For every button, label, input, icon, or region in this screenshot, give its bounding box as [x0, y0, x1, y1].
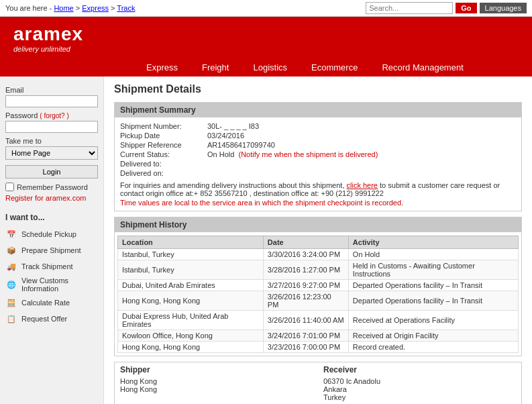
- email-input[interactable]: [5, 95, 98, 107]
- remember-label: Remember Password: [17, 183, 88, 191]
- forgot-link[interactable]: ( forgot? ): [40, 112, 68, 119]
- box-icon: 📦: [5, 244, 17, 256]
- password-field-container: Password ( forgot? ): [5, 111, 98, 133]
- shipment-summary-section: Shipment Summary Shipment Number: 30L- _…: [114, 102, 522, 211]
- history-header: Shipment History: [115, 217, 521, 232]
- col-date: Date: [263, 236, 348, 249]
- delivered-on-label: Delivered on:: [120, 169, 207, 177]
- shipment-history-section: Shipment History Location Date Activity …: [114, 217, 522, 356]
- remember-checkbox[interactable]: [5, 183, 14, 191]
- location-cell: Istanbul, Turkey: [118, 260, 264, 280]
- receiver-col: Receiver 06370 Ic AnadoluAnkaraTurkey: [318, 362, 521, 404]
- date-cell: 3/24/2016 7:01:00 PM: [263, 330, 348, 342]
- shipper-receiver-section: Shipper Hong KongHong Kong Receiver 0637…: [114, 362, 522, 404]
- i-want-calculate-rate[interactable]: 🧮Calculate Rate: [5, 295, 98, 311]
- take-me-label: Take me to: [5, 137, 98, 145]
- location-cell: Dubai Express Hub, United Arab Emirates: [118, 311, 264, 330]
- location-cell: Hong Kong, Hong Kong: [118, 342, 264, 353]
- shipper-col: Shipper Hong KongHong Kong: [115, 362, 318, 404]
- table-row: Istanbul, Turkey3/28/2016 1:27:00 PMHeld…: [118, 260, 519, 280]
- breadcrumb-text: You are here -: [5, 4, 52, 12]
- summary-header: Shipment Summary: [115, 103, 521, 117]
- col-location: Location: [118, 236, 264, 249]
- i-want-section: I want to... 📅Schedule Pickup📦Prepare Sh…: [5, 213, 98, 327]
- i-want-prepare-shipment[interactable]: 📦Prepare Shipment: [5, 242, 98, 258]
- list-item: Hong Kong: [120, 377, 313, 385]
- shipment-number-row: Shipment Number: 30L- _ _ _ _ I83: [120, 122, 516, 130]
- calendar-icon: 📅: [5, 228, 17, 240]
- date-cell: 3/27/2016 9:27:00 PM: [263, 280, 348, 291]
- shipper-ref-value: AR14586417099740: [207, 141, 275, 149]
- receiver-lines: 06370 Ic AnadoluAnkaraTurkey: [323, 377, 516, 401]
- date-cell: 3/30/2016 3:24:00 PM: [263, 249, 348, 260]
- status-label: Current Status:: [120, 150, 207, 158]
- take-me-select[interactable]: Home Page: [5, 146, 98, 160]
- table-row: Hong Kong, Hong Kong3/23/2016 7:00:00 PM…: [118, 342, 519, 353]
- email-field-container: Email: [5, 86, 98, 107]
- click-here-link[interactable]: click here: [347, 181, 378, 189]
- search-input[interactable]: [366, 2, 453, 14]
- nav-item-ecommerce[interactable]: Ecommerce: [299, 58, 370, 77]
- i-want-label: Prepare Shipment: [21, 246, 81, 254]
- i-want-items: 📅Schedule Pickup📦Prepare Shipment🚚Track …: [5, 226, 98, 327]
- tagline: delivery unlimited: [13, 45, 83, 53]
- time-note: Time values are local to the service are…: [120, 199, 516, 207]
- nav-item-logistics[interactable]: Logistics: [241, 58, 299, 77]
- history-body: Location Date Activity Istanbul, Turkey3…: [115, 233, 521, 356]
- list-item: 06370 Ic Anadolu: [323, 377, 516, 385]
- login-button[interactable]: Login: [5, 165, 98, 179]
- notify-link[interactable]: (Notify me when the shipment is delivere…: [238, 150, 378, 158]
- shipper-ref-label: Shipper Reference: [120, 141, 207, 149]
- receiver-header: Receiver: [323, 365, 516, 374]
- email-label: Email: [5, 86, 98, 94]
- breadcrumb-track[interactable]: Track: [117, 4, 135, 12]
- remember-row: Remember Password: [5, 183, 98, 191]
- i-want-label: Request Offer: [21, 315, 67, 323]
- activity-cell: Departed Operations facility – In Transi…: [348, 291, 518, 311]
- register-link[interactable]: Register for aramex.com: [5, 194, 98, 202]
- page-title: Shipment Details: [114, 83, 522, 95]
- password-input[interactable]: [5, 121, 98, 133]
- table-row: Kowloon Office, Hong Kong3/24/2016 7:01:…: [118, 330, 519, 342]
- i-want-label: View Customs Information: [21, 276, 98, 293]
- breadcrumb-home[interactable]: Home: [54, 4, 73, 12]
- location-cell: Dubai, United Arab Emirates: [118, 280, 264, 291]
- nav-item-freight[interactable]: Freight: [190, 58, 241, 77]
- location-cell: Kowloon Office, Hong Kong: [118, 330, 264, 342]
- take-me-field: Take me to Home Page: [5, 137, 98, 160]
- shipment-number-value: 30L- _ _ _ _ I83: [207, 122, 259, 130]
- nav-item-express[interactable]: Express: [134, 58, 190, 77]
- i-want-schedule-pickup[interactable]: 📅Schedule Pickup: [5, 226, 98, 242]
- search-button[interactable]: Go: [456, 3, 476, 13]
- i-want-label: Schedule Pickup: [21, 230, 76, 238]
- list-item: Hong Kong: [120, 385, 313, 393]
- list-item: Ankara: [323, 385, 516, 393]
- inquiry-text: For inquiries and amending delivery inst…: [120, 181, 516, 197]
- shipper-lines: Hong KongHong Kong: [120, 377, 313, 393]
- breadcrumb: You are here - Home > Express > Track: [5, 4, 135, 12]
- languages-button[interactable]: Languages: [480, 3, 527, 13]
- shipper-receiver-row: Shipper Hong KongHong Kong Receiver 0637…: [115, 362, 521, 404]
- location-cell: Hong Kong, Hong Kong: [118, 291, 264, 311]
- i-want-request-offer[interactable]: 📋Request Offer: [5, 311, 98, 327]
- activity-cell: Held in Customs - Awaiting Customer Inst…: [348, 260, 518, 280]
- table-row: Hong Kong, Hong Kong3/26/2016 12:23:00 P…: [118, 291, 519, 311]
- truck-icon: 🚚: [5, 260, 17, 272]
- nav-item-record-management[interactable]: Record Management: [370, 58, 475, 77]
- sidebar: Email Password ( forgot? ) Take me to Ho…: [0, 77, 104, 404]
- breadcrumb-express[interactable]: Express: [82, 4, 109, 12]
- logo: aramex delivery unlimited: [13, 23, 83, 53]
- delivered-on-row: Delivered on:: [120, 169, 516, 177]
- globe-icon: 🌐: [5, 279, 17, 291]
- i-want-label: Track Shipment: [21, 262, 73, 270]
- list-item: Turkey: [323, 393, 516, 401]
- password-label: Password ( forgot? ): [5, 111, 98, 119]
- i-want-track-shipment[interactable]: 🚚Track Shipment: [5, 258, 98, 274]
- brand-name: aramex: [13, 23, 83, 45]
- i-want-view-customs-information[interactable]: 🌐View Customs Information: [5, 274, 98, 295]
- table-row: Dubai Express Hub, United Arab Emirates3…: [118, 311, 519, 330]
- shipment-number-label: Shipment Number:: [120, 122, 207, 130]
- offer-icon: 📋: [5, 313, 17, 325]
- date-cell: 3/26/2016 11:40:00 AM: [263, 311, 348, 330]
- shipper-ref-row: Shipper Reference AR14586417099740: [120, 141, 516, 149]
